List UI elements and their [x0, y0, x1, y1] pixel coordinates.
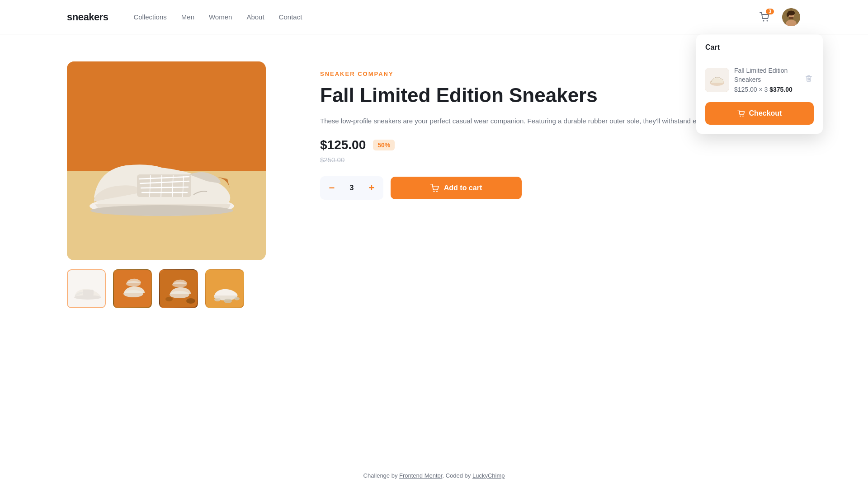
avatar-svg [782, 7, 800, 27]
trash-icon [806, 75, 812, 82]
add-to-cart-button[interactable]: Add to cart [391, 177, 522, 199]
svg-point-40 [436, 191, 438, 192]
quantity-control: − 3 + [320, 176, 383, 200]
cart-total: $375.00 [769, 86, 793, 93]
nav-collections[interactable]: Collections [133, 13, 166, 21]
cart-item-price: $125.00 × 3 $375.00 [734, 86, 798, 93]
cart-button[interactable]: 3 [760, 12, 770, 22]
checkout-cart-icon [737, 110, 745, 117]
footer: Challenge by Frontend Mentor. Coded by L… [0, 472, 868, 479]
thumbnail-3[interactable] [159, 269, 198, 308]
cart-unit-price: $125.00 [734, 86, 757, 93]
nav-women[interactable]: Women [209, 13, 232, 21]
svg-point-37 [224, 299, 232, 303]
svg-point-38 [234, 297, 240, 300]
svg-rect-25 [83, 290, 94, 296]
nav-links: Collections Men Women About Contact [133, 13, 302, 21]
product-gallery [67, 61, 266, 308]
nav-right: 3 [760, 7, 801, 27]
price-row: $125.00 50% [320, 138, 801, 152]
navbar: sneakers Collections Men Women About Con… [0, 0, 868, 34]
svg-point-33 [186, 298, 195, 304]
thumbnail-1[interactable] [67, 269, 106, 308]
add-to-cart-row: − 3 + Add to cart [320, 176, 801, 200]
svg-point-10 [740, 116, 741, 117]
footer-text-before: Challenge by [363, 472, 400, 479]
cart-thumb-svg [705, 68, 729, 92]
svg-point-24 [74, 295, 101, 300]
thumbnail-4[interactable] [205, 269, 244, 308]
thumb3-svg [160, 270, 198, 308]
footer-link-lucky-chimp[interactable]: LuckyChimp [472, 472, 505, 479]
cart-item-thumbnail [705, 68, 729, 92]
svg-point-11 [742, 116, 743, 117]
cart-title: Cart [705, 43, 814, 59]
footer-link-frontend-mentor[interactable]: Frontend Mentor [399, 472, 442, 479]
thumb1-svg [68, 270, 106, 308]
thumb2-svg [114, 270, 152, 308]
svg-point-39 [433, 191, 434, 192]
cart-dropdown: Cart Fall Limited Edition Sneakers $125.… [696, 34, 823, 134]
nav-about[interactable]: About [246, 13, 264, 21]
svg-point-22 [90, 205, 233, 216]
avatar[interactable] [781, 7, 801, 27]
quantity-value: 3 [342, 184, 362, 192]
thumbnail-2[interactable] [113, 269, 152, 308]
original-price: $250.00 [320, 156, 801, 164]
cart-item-name: Fall Limited Edition Sneakers [734, 66, 798, 84]
checkout-button[interactable]: Checkout [705, 102, 814, 125]
main-sneaker-svg [67, 61, 257, 251]
thumbnails [67, 269, 266, 308]
svg-point-32 [165, 297, 173, 301]
cart-x: × [759, 86, 764, 93]
logo: sneakers [67, 11, 108, 23]
add-to-cart-label: Add to cart [444, 184, 482, 192]
cart-quantity: 3 [764, 86, 768, 93]
current-price: $125.00 [320, 138, 366, 152]
nav-contact[interactable]: Contact [279, 13, 302, 21]
delete-cart-item-button[interactable] [804, 73, 814, 86]
svg-point-1 [767, 20, 768, 21]
svg-point-6 [787, 13, 789, 17]
svg-point-7 [789, 17, 794, 19]
cart-item-info: Fall Limited Edition Sneakers $125.00 × … [734, 66, 798, 93]
svg-point-0 [763, 20, 764, 21]
decrease-quantity-button[interactable]: − [322, 178, 342, 198]
nav-men[interactable]: Men [181, 13, 194, 21]
footer-text-middle: . Coded by [442, 472, 472, 479]
discount-badge: 50% [373, 140, 395, 150]
increase-quantity-button[interactable]: + [362, 178, 382, 198]
checkout-label: Checkout [749, 109, 782, 117]
avatar-image [782, 8, 800, 26]
cart-badge: 3 [766, 9, 774, 14]
thumb4-svg [206, 270, 244, 308]
add-cart-icon [430, 184, 439, 192]
main-product-image [67, 61, 266, 260]
cart-item: Fall Limited Edition Sneakers $125.00 × … [705, 66, 814, 93]
svg-point-36 [214, 298, 221, 301]
